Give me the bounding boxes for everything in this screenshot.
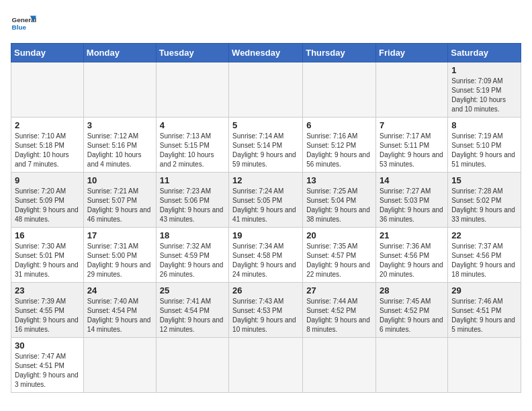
day-number: 1 (451, 65, 517, 75)
svg-text:Blue: Blue (12, 24, 27, 31)
day-info: Sunrise: 7:41 AM Sunset: 4:54 PM Dayligh… (160, 297, 225, 334)
day-header-tuesday: Tuesday (156, 44, 228, 62)
day-info: Sunrise: 7:25 AM Sunset: 5:04 PM Dayligh… (306, 187, 372, 224)
day-number: 18 (160, 230, 225, 240)
day-header-sunday: Sunday (11, 44, 84, 62)
day-info: Sunrise: 7:34 AM Sunset: 4:58 PM Dayligh… (232, 242, 299, 279)
day-info: Sunrise: 7:46 AM Sunset: 4:51 PM Dayligh… (451, 297, 517, 334)
day-cell: 30Sunrise: 7:47 AM Sunset: 4:51 PM Dayli… (11, 338, 84, 393)
day-number: 6 (306, 120, 372, 130)
day-header-saturday: Saturday (448, 44, 521, 62)
day-cell: 2Sunrise: 7:10 AM Sunset: 5:18 PM Daylig… (11, 118, 84, 173)
day-info: Sunrise: 7:39 AM Sunset: 4:55 PM Dayligh… (15, 297, 80, 334)
calendar: SundayMondayTuesdayWednesdayThursdayFrid… (11, 43, 521, 393)
day-number: 15 (451, 175, 517, 185)
day-info: Sunrise: 7:24 AM Sunset: 5:05 PM Dayligh… (232, 187, 299, 224)
day-info: Sunrise: 7:16 AM Sunset: 5:12 PM Dayligh… (306, 132, 372, 169)
day-info: Sunrise: 7:37 AM Sunset: 4:56 PM Dayligh… (451, 242, 517, 279)
day-info: Sunrise: 7:28 AM Sunset: 5:02 PM Dayligh… (451, 187, 517, 224)
day-header-thursday: Thursday (303, 44, 376, 62)
day-cell: 23Sunrise: 7:39 AM Sunset: 4:55 PM Dayli… (11, 283, 84, 338)
day-cell: 5Sunrise: 7:14 AM Sunset: 5:14 PM Daylig… (229, 118, 303, 173)
day-info: Sunrise: 7:10 AM Sunset: 5:18 PM Dayligh… (15, 132, 80, 169)
day-number: 4 (160, 120, 225, 130)
day-info: Sunrise: 7:43 AM Sunset: 4:53 PM Dayligh… (232, 297, 299, 334)
day-info: Sunrise: 7:21 AM Sunset: 5:07 PM Dayligh… (87, 187, 152, 224)
day-number: 10 (87, 175, 152, 185)
day-cell: 12Sunrise: 7:24 AM Sunset: 5:05 PM Dayli… (229, 173, 303, 228)
day-cell (11, 62, 84, 118)
day-cell: 17Sunrise: 7:31 AM Sunset: 5:00 PM Dayli… (83, 228, 156, 283)
day-cell (303, 62, 376, 118)
day-number: 16 (15, 230, 80, 240)
day-number: 29 (451, 285, 517, 295)
day-cell (303, 338, 376, 393)
day-cell (83, 62, 156, 118)
day-info: Sunrise: 7:40 AM Sunset: 4:54 PM Dayligh… (87, 297, 152, 334)
day-number: 7 (380, 120, 444, 130)
day-cell: 8Sunrise: 7:19 AM Sunset: 5:10 PM Daylig… (448, 118, 521, 173)
day-number: 8 (451, 120, 517, 130)
day-number: 27 (306, 285, 372, 295)
week-row-1: 1Sunrise: 7:09 AM Sunset: 5:19 PM Daylig… (11, 62, 521, 118)
day-header-wednesday: Wednesday (229, 44, 303, 62)
day-cell: 4Sunrise: 7:13 AM Sunset: 5:15 PM Daylig… (156, 118, 228, 173)
day-number: 26 (232, 285, 299, 295)
day-info: Sunrise: 7:30 AM Sunset: 5:01 PM Dayligh… (15, 242, 80, 279)
day-number: 17 (87, 230, 152, 240)
day-cell: 20Sunrise: 7:35 AM Sunset: 4:57 PM Dayli… (303, 228, 376, 283)
day-number: 28 (380, 285, 444, 295)
day-cell: 21Sunrise: 7:36 AM Sunset: 4:56 PM Dayli… (376, 228, 448, 283)
day-cell: 27Sunrise: 7:44 AM Sunset: 4:52 PM Dayli… (303, 283, 376, 338)
day-cell: 1Sunrise: 7:09 AM Sunset: 5:19 PM Daylig… (448, 62, 521, 118)
day-cell: 24Sunrise: 7:40 AM Sunset: 4:54 PM Dayli… (83, 283, 156, 338)
day-cell (156, 62, 228, 118)
day-cell: 25Sunrise: 7:41 AM Sunset: 4:54 PM Dayli… (156, 283, 228, 338)
day-number: 30 (15, 340, 80, 351)
day-cell: 11Sunrise: 7:23 AM Sunset: 5:06 PM Dayli… (156, 173, 228, 228)
day-number: 2 (15, 120, 80, 130)
day-info: Sunrise: 7:17 AM Sunset: 5:11 PM Dayligh… (380, 132, 444, 169)
day-cell (229, 62, 303, 118)
day-cell: 14Sunrise: 7:27 AM Sunset: 5:03 PM Dayli… (376, 173, 448, 228)
day-cell: 10Sunrise: 7:21 AM Sunset: 5:07 PM Dayli… (83, 173, 156, 228)
day-cell (376, 338, 448, 393)
day-cell: 15Sunrise: 7:28 AM Sunset: 5:02 PM Dayli… (448, 173, 521, 228)
day-cell: 7Sunrise: 7:17 AM Sunset: 5:11 PM Daylig… (376, 118, 448, 173)
day-cell (376, 62, 448, 118)
day-cell: 22Sunrise: 7:37 AM Sunset: 4:56 PM Dayli… (448, 228, 521, 283)
day-cell: 9Sunrise: 7:20 AM Sunset: 5:09 PM Daylig… (11, 173, 84, 228)
day-info: Sunrise: 7:32 AM Sunset: 4:59 PM Dayligh… (160, 242, 225, 279)
day-cell: 16Sunrise: 7:30 AM Sunset: 5:01 PM Dayli… (11, 228, 84, 283)
day-info: Sunrise: 7:44 AM Sunset: 4:52 PM Dayligh… (306, 297, 372, 334)
week-row-6: 30Sunrise: 7:47 AM Sunset: 4:51 PM Dayli… (11, 338, 521, 393)
day-cell (448, 338, 521, 393)
day-number: 23 (15, 285, 80, 295)
day-cell: 19Sunrise: 7:34 AM Sunset: 4:58 PM Dayli… (229, 228, 303, 283)
day-number: 24 (87, 285, 152, 295)
day-cell (83, 338, 156, 393)
day-number: 20 (306, 230, 372, 240)
day-number: 11 (160, 175, 225, 185)
day-number: 25 (160, 285, 225, 295)
week-row-3: 9Sunrise: 7:20 AM Sunset: 5:09 PM Daylig… (11, 173, 521, 228)
day-cell: 3Sunrise: 7:12 AM Sunset: 5:16 PM Daylig… (83, 118, 156, 173)
day-cell: 29Sunrise: 7:46 AM Sunset: 4:51 PM Dayli… (448, 283, 521, 338)
day-cell: 6Sunrise: 7:16 AM Sunset: 5:12 PM Daylig… (303, 118, 376, 173)
logo-icon: General Blue (11, 11, 36, 36)
day-number: 21 (380, 230, 444, 240)
day-header-friday: Friday (376, 44, 448, 62)
day-info: Sunrise: 7:35 AM Sunset: 4:57 PM Dayligh… (306, 242, 372, 279)
day-number: 13 (306, 175, 372, 185)
day-number: 5 (232, 120, 299, 130)
day-info: Sunrise: 7:45 AM Sunset: 4:52 PM Dayligh… (380, 297, 444, 334)
day-info: Sunrise: 7:14 AM Sunset: 5:14 PM Dayligh… (232, 132, 299, 169)
day-cell: 28Sunrise: 7:45 AM Sunset: 4:52 PM Dayli… (376, 283, 448, 338)
day-number: 3 (87, 120, 152, 130)
day-header-monday: Monday (83, 44, 156, 62)
week-row-4: 16Sunrise: 7:30 AM Sunset: 5:01 PM Dayli… (11, 228, 521, 283)
day-cell: 26Sunrise: 7:43 AM Sunset: 4:53 PM Dayli… (229, 283, 303, 338)
day-info: Sunrise: 7:47 AM Sunset: 4:51 PM Dayligh… (15, 352, 80, 390)
day-info: Sunrise: 7:12 AM Sunset: 5:16 PM Dayligh… (87, 132, 152, 169)
day-number: 9 (15, 175, 80, 185)
